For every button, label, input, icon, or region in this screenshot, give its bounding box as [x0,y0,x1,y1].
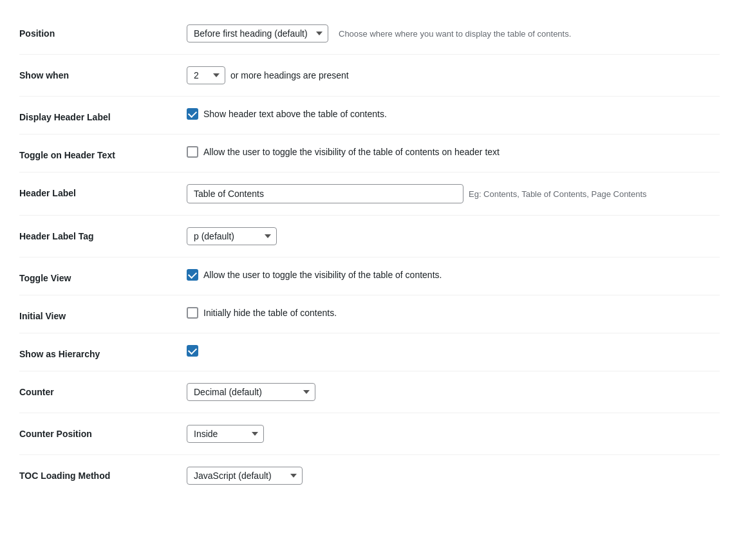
row-show_as_hierarchy: Show as Hierarchy [19,333,720,371]
helper-header_label: Eg: Contents, Table of Contents, Page Co… [469,189,647,199]
control-show_when: 2345or more headings are present [187,66,720,84]
checkbox-label-initial_view: Initially hide the table of contents. [203,308,337,318]
checkbox-wrapper-initial_view: Initially hide the table of contents. [187,307,337,319]
row-counter: CounterDecimal (default)NoneNumericRoman [19,371,720,413]
row-toggle_view: Toggle ViewAllow the user to toggle the … [19,257,720,295]
control-counter_position: InsideOutside [187,425,720,443]
control-show_as_hierarchy [187,345,720,357]
select-counter_position[interactable]: InsideOutside [187,425,264,443]
checkbox-toggle_view[interactable] [187,269,198,281]
row-header_label: Header LabelEg: Contents, Table of Conte… [19,173,720,216]
label-toc_loading_method: TOC Loading Method [19,467,187,481]
control-toc_loading_method: JavaScript (default)PHP [187,467,720,485]
label-counter_position: Counter Position [19,425,187,439]
checkbox-label-toggle_on_header_text: Allow the user to toggle the visibility … [203,147,500,157]
suffix-show_when: or more headings are present [230,70,349,80]
row-header_label_tag: Header Label Tagp (default)h1h2h3 [19,216,720,257]
control-display_header_label: Show header text above the table of cont… [187,108,720,120]
select-position[interactable]: Before first heading (default)After firs… [187,24,328,42]
select-toc_loading_method[interactable]: JavaScript (default)PHP [187,467,303,485]
checkbox-display_header_label[interactable] [187,108,198,120]
checkbox-wrapper-toggle_on_header_text: Allow the user to toggle the visibility … [187,146,500,158]
settings-container: PositionBefore first heading (default)Af… [19,13,720,496]
select-show_when[interactable]: 2345 [187,66,225,84]
control-initial_view: Initially hide the table of contents. [187,307,720,319]
label-header_label: Header Label [19,184,187,198]
label-toggle_on_header_text: Toggle on Header Text [19,146,187,160]
row-initial_view: Initial ViewInitially hide the table of … [19,295,720,333]
label-show_when: Show when [19,66,187,80]
row-display_header_label: Display Header LabelShow header text abo… [19,97,720,135]
label-initial_view: Initial View [19,307,187,321]
row-position: PositionBefore first heading (default)Af… [19,13,720,55]
control-position: Before first heading (default)After firs… [187,24,720,42]
row-counter_position: Counter PositionInsideOutside [19,413,720,455]
checkbox-toggle_on_header_text[interactable] [187,146,198,158]
control-header_label: Eg: Contents, Table of Contents, Page Co… [187,184,720,203]
row-toc_loading_method: TOC Loading MethodJavaScript (default)PH… [19,455,720,496]
description-position: Choose where where you want to display t… [339,29,571,39]
select-counter[interactable]: Decimal (default)NoneNumericRoman [187,383,315,401]
input-header_label[interactable] [187,184,463,203]
label-toggle_view: Toggle View [19,269,187,283]
label-counter: Counter [19,383,187,397]
control-toggle_on_header_text: Allow the user to toggle the visibility … [187,146,720,158]
label-display_header_label: Display Header Label [19,108,187,122]
control-toggle_view: Allow the user to toggle the visibility … [187,269,720,281]
row-show_when: Show when2345or more headings are presen… [19,55,720,97]
label-header_label_tag: Header Label Tag [19,227,187,241]
checkbox-show_as_hierarchy[interactable] [187,345,198,357]
select-header_label_tag[interactable]: p (default)h1h2h3 [187,227,277,245]
control-header_label_tag: p (default)h1h2h3 [187,227,720,245]
checkbox-label-display_header_label: Show header text above the table of cont… [203,109,387,119]
checkbox-label-toggle_view: Allow the user to toggle the visibility … [203,270,442,280]
label-show_as_hierarchy: Show as Hierarchy [19,345,187,359]
checkbox-initial_view[interactable] [187,307,198,319]
control-counter: Decimal (default)NoneNumericRoman [187,383,720,401]
label-position: Position [19,24,187,39]
checkbox-wrapper-toggle_view: Allow the user to toggle the visibility … [187,269,442,281]
row-toggle_on_header_text: Toggle on Header TextAllow the user to t… [19,135,720,173]
checkbox-wrapper-display_header_label: Show header text above the table of cont… [187,108,387,120]
